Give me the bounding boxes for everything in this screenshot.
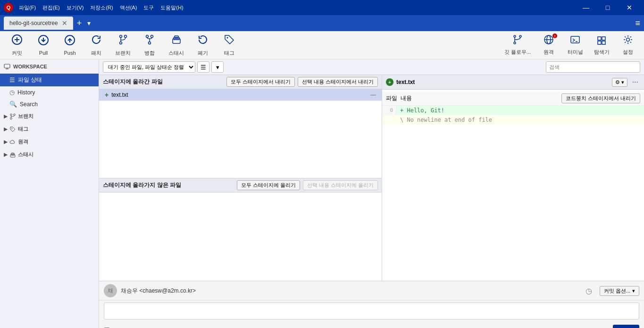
hamburger-menu-button[interactable]: ≡ xyxy=(635,18,640,28)
menu-help[interactable]: 도움말(H) xyxy=(158,3,186,12)
menu-tools[interactable]: 도구 xyxy=(141,3,157,12)
sidebar-section-stashes[interactable]: ▶ 스태시 xyxy=(0,148,99,161)
staged-title: 스테이지에 올라간 파일 xyxy=(103,78,224,86)
list-view-button[interactable]: ☰ xyxy=(197,61,209,73)
svg-rect-26 xyxy=(571,36,579,43)
terminal-label: 터미널 xyxy=(568,49,583,56)
tags-section-label: 태그 xyxy=(18,126,28,133)
staged-files-area: 스테이지에 올라간 파일 모두 스테이지에서 내리기 선택 내용 스테이지에서 … xyxy=(99,75,382,178)
svg-rect-29 xyxy=(602,37,605,40)
tab-hello-git[interactable]: hello-git-sourcetree ✕ xyxy=(4,17,73,30)
tab-label: hello-git-sourcetree xyxy=(9,20,58,26)
svg-point-11 xyxy=(146,35,149,37)
push-label: Push xyxy=(64,50,75,56)
menu-edit[interactable]: 편집(E) xyxy=(40,3,63,12)
sidebar-item-file-status[interactable]: ☰ 파일 상태 xyxy=(0,74,99,86)
sidebar-item-search-label: Search xyxy=(20,101,38,108)
diff-more-button[interactable]: ··· xyxy=(630,77,640,87)
branch-section-icon xyxy=(9,113,16,120)
commit-message-input[interactable] xyxy=(104,303,639,320)
diff-line-num: 0 xyxy=(382,106,396,115)
fetch-label: 패치 xyxy=(91,50,101,57)
search-input[interactable] xyxy=(546,61,640,73)
branch-button[interactable]: 브랜치 xyxy=(109,32,136,59)
svg-point-9 xyxy=(119,42,122,44)
tag-button[interactable]: 태그 xyxy=(216,32,243,59)
sidebar-item-history[interactable]: ◷ History xyxy=(0,86,99,98)
unstage-all-button[interactable]: 모두 스테이지에서 내리기 xyxy=(226,77,295,87)
stash-button[interactable]: 스태시 xyxy=(163,32,190,59)
sidebar-item-search[interactable]: 🔍 Search xyxy=(0,98,99,110)
main-area: WORKSPACE ☰ 파일 상태 ◷ History 🔍 Search ▶ 브… xyxy=(0,59,644,328)
close-button[interactable]: ✕ xyxy=(619,0,640,15)
explorer-label: 탐색기 xyxy=(594,49,610,56)
sidebar-item-file-status-label: 파일 상태 xyxy=(18,76,42,84)
fetch-button[interactable]: 패치 xyxy=(83,32,109,59)
svg-rect-33 xyxy=(4,64,10,68)
discard-button[interactable]: 폐기 xyxy=(190,32,216,59)
author-name: 채승우 <chaesw@a2m.co.kr> xyxy=(121,287,578,295)
diff-file-name: text.txt xyxy=(396,79,609,85)
discard-icon xyxy=(197,34,209,48)
filter-bar: 대기 중인 파일, 파일 상태순 정렬 ☰ ▾ xyxy=(99,59,644,75)
commit-options-button[interactable]: 커밋 옵션... ▾ xyxy=(600,286,639,296)
cloud-icon xyxy=(9,139,16,145)
commit-button[interactable]: 커밋 xyxy=(4,32,30,59)
diff-area-label: 파일 내용 xyxy=(386,94,412,102)
unstaged-header: 스테이지에 올라가지 않은 파일 모두 스테이지에 올리기 선택 내용 스테이지… xyxy=(99,178,382,193)
sidebar-section-remote[interactable]: ▶ 원격 xyxy=(0,135,99,148)
maximize-button[interactable]: □ xyxy=(597,0,619,15)
sidebar-section-tags[interactable]: ▶ 태그 xyxy=(0,123,99,135)
diff-code-btn[interactable]: 코드뭉치 스테이지에서 내리기 xyxy=(561,93,640,103)
diff-settings-button[interactable]: ⚙ ▾ xyxy=(612,78,627,87)
menu-file[interactable]: 파일(F) xyxy=(16,3,39,12)
monitor-icon xyxy=(4,63,10,70)
commit-submit-button[interactable]: 커밋 xyxy=(613,325,639,328)
diff-content: 파일 내용 코드뭉치 스테이지에서 내리기 0 + Hello, Git! \ … xyxy=(382,90,644,281)
git-flow-button[interactable]: 깃 플로우... xyxy=(501,33,535,58)
tab-close-icon[interactable]: ✕ xyxy=(62,19,67,27)
view-options-button[interactable]: ▾ xyxy=(211,61,224,73)
minimize-button[interactable]: — xyxy=(575,0,597,15)
push-button[interactable]: Push xyxy=(57,33,83,58)
commit-bar: 채 채승우 <chaesw@a2m.co.kr> ◷ 커밋 옵션... ▾ -에… xyxy=(99,281,644,328)
svg-point-38 xyxy=(10,118,12,119)
menu-action[interactable]: 액션(A) xyxy=(117,3,140,12)
svg-point-7 xyxy=(119,35,122,37)
tab-more-button[interactable]: ▾ xyxy=(85,19,92,27)
chevron-right-icon-2: ▶ xyxy=(4,126,8,132)
file-minus-icon: — xyxy=(370,92,376,98)
staged-file-item[interactable]: + text.txt — xyxy=(99,89,382,101)
staged-header: 스테이지에 올라간 파일 모두 스테이지에서 내리기 선택 내용 스테이지에서 … xyxy=(99,75,382,89)
tab-add-button[interactable]: + xyxy=(73,18,86,28)
unstage-selected-button[interactable]: 선택 내용 스테이지에서 내리기 xyxy=(298,77,378,87)
sidebar: WORKSPACE ☰ 파일 상태 ◷ History 🔍 Search ▶ 브… xyxy=(0,59,99,328)
stage-all-button[interactable]: 모두 스테이지에 올리기 xyxy=(237,180,300,190)
remote-button[interactable]: ! 원격 xyxy=(536,33,561,58)
sidebar-section-branches[interactable]: ▶ 브랜치 xyxy=(0,110,99,123)
menu-view[interactable]: 보기(V) xyxy=(64,3,87,12)
menu-bar: 파일(F) 편집(E) 보기(V) 저장소(R) 액션(A) 도구 도움말(H) xyxy=(16,3,575,12)
merge-button[interactable]: 병합 xyxy=(136,32,163,59)
sort-select[interactable]: 대기 중인 파일, 파일 상태순 정렬 xyxy=(103,61,195,73)
remote-label: 원격 xyxy=(544,49,554,56)
svg-point-18 xyxy=(227,37,228,38)
diff-line-info: \ No newline at end of file xyxy=(382,115,644,125)
pull-button[interactable]: Pull xyxy=(30,33,57,58)
git-flow-icon xyxy=(512,34,523,47)
svg-point-8 xyxy=(124,35,126,37)
window-controls: — □ ✕ xyxy=(575,0,640,15)
stage-selected-button[interactable]: 선택 내용 스테이지에 올리기 xyxy=(303,180,378,190)
split-area: 스테이지에 올라간 파일 모두 스테이지에서 내리기 선택 내용 스테이지에서 … xyxy=(99,75,644,281)
remote-error-badge: ! xyxy=(552,34,557,38)
svg-point-19 xyxy=(514,35,516,37)
svg-point-40 xyxy=(12,128,13,129)
settings-button[interactable]: 설정 xyxy=(616,33,640,58)
terminal-button[interactable]: 터미널 xyxy=(563,33,587,58)
app-icon: Q xyxy=(4,3,13,12)
history-clock-button[interactable]: ◷ xyxy=(582,286,596,295)
toolbar-right: 깃 플로우... ! 원격 터미널 탐색기 설정 xyxy=(501,33,640,58)
svg-point-20 xyxy=(519,35,521,37)
menu-repo[interactable]: 저장소(R) xyxy=(87,3,116,12)
explorer-button[interactable]: 탐색기 xyxy=(589,33,614,58)
